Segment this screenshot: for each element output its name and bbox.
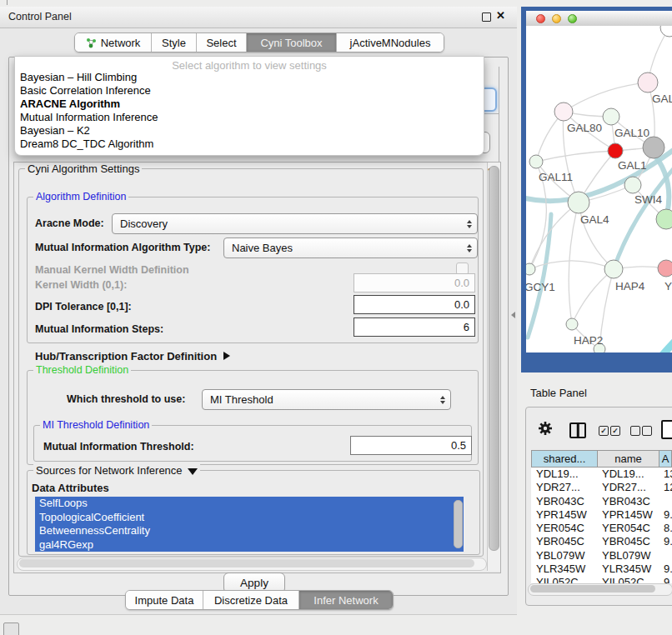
table-cell[interactable]: YIL052C: [531, 576, 597, 583]
checked-checkbox-icon[interactable]: ✓: [599, 426, 609, 436]
mi-steps-field[interactable]: 6: [354, 318, 475, 337]
mi-threshold-field[interactable]: 0.5: [350, 436, 472, 455]
attributes-vscrollbar-thumb[interactable]: [454, 500, 463, 548]
dpi-tolerance-field[interactable]: 0.0: [354, 295, 475, 314]
which-threshold-combo[interactable]: MI Threshold: [202, 389, 451, 410]
table-cell[interactable]: 13: [659, 468, 672, 481]
network-edge[interactable]: [536, 151, 615, 162]
dropdown-item[interactable]: Dream8 DC_TDC Algorithm: [20, 138, 153, 151]
column-header-shared-name[interactable]: shared...: [531, 450, 597, 468]
tab-style[interactable]: Style: [152, 33, 197, 52]
panel-collapse-arrow[interactable]: [511, 312, 515, 318]
dropdown-item[interactable]: Basic Correlation Inference: [20, 84, 151, 98]
list-item[interactable]: SelfLoops: [35, 497, 464, 511]
settings-hscrollbar-thumb[interactable]: [19, 559, 474, 568]
network-edge[interactable]: [529, 202, 579, 269]
table-hscrollbar-track[interactable]: [528, 583, 672, 596]
close-panel-icon[interactable]: ✕: [496, 9, 505, 22]
tab-discretize-data[interactable]: Discretize Data: [203, 591, 299, 609]
table-cell[interactable]: 9: [659, 576, 672, 583]
network-edge[interactable]: [529, 261, 614, 269]
unchecked-checkbox-icon[interactable]: [642, 426, 652, 436]
aracne-mode-combo[interactable]: Discovery: [112, 213, 478, 234]
network-node-pinkTop[interactable]: [638, 72, 658, 92]
float-window-icon[interactable]: [482, 12, 491, 22]
table-row[interactable]: YBL079WYBL079W: [531, 549, 672, 562]
table-row[interactable]: YLR345WYLR345W9.: [531, 562, 672, 576]
network-node-topP[interactable]: [660, 26, 672, 37]
network-node-hap4[interactable]: [604, 260, 623, 278]
table-cell[interactable]: YBR043C: [597, 495, 659, 508]
collapsed-panel-icon[interactable]: [3, 622, 19, 635]
tab-jactivemnodules[interactable]: jActiveMNodules: [337, 33, 444, 52]
network-edge[interactable]: [564, 82, 648, 112]
table-cell[interactable]: 9.: [659, 535, 672, 548]
network-edge-thick[interactable]: [654, 339, 672, 352]
zoom-traffic-light-icon[interactable]: [568, 14, 577, 23]
network-node-swi4[interactable]: [624, 177, 641, 193]
tab-infer-network[interactable]: Infer Network: [299, 591, 393, 609]
tab-network[interactable]: Network: [75, 33, 152, 52]
table-cell[interactable]: 9.: [659, 562, 672, 576]
dropdown-item[interactable]: Bayesian – Hill Climbing: [20, 71, 137, 84]
table-row[interactable]: YBR043CYBR043C: [531, 495, 672, 508]
network-node-gal11[interactable]: [529, 155, 543, 168]
tab-cyni-toolbox[interactable]: Cyni Toolbox: [247, 33, 337, 52]
table-cell[interactable]: YBL079W: [597, 549, 659, 562]
table-cell[interactable]: YER054C: [531, 522, 597, 535]
minimize-traffic-light-icon[interactable]: [552, 14, 561, 23]
document-icon[interactable]: [661, 420, 672, 439]
network-node-gal4[interactable]: [568, 192, 589, 213]
dropdown-item[interactable]: Bayesian – K2: [20, 124, 90, 138]
table-cell[interactable]: YBR045C: [531, 535, 597, 548]
table-cell[interactable]: 9.: [659, 508, 672, 522]
table-cell[interactable]: YPR145W: [597, 508, 659, 522]
list-item[interactable]: gal4RGexp: [35, 538, 464, 552]
table-cell[interactable]: 8.: [659, 522, 672, 535]
network-edge-thick[interactable]: [528, 214, 551, 338]
table-cell[interactable]: YLR345W: [531, 562, 597, 576]
table-cell[interactable]: YBR043C: [531, 495, 597, 508]
settings-vscrollbar-thumb[interactable]: [489, 166, 499, 551]
table-row[interactable]: YDL19...YDL19...13: [531, 468, 672, 481]
close-traffic-light-icon[interactable]: [536, 14, 545, 23]
table-cell[interactable]: YDL19...: [531, 468, 597, 481]
list-item[interactable]: TopologicalCoefficient: [35, 511, 464, 525]
table-cell[interactable]: YDL19...: [597, 468, 659, 481]
network-node-pinkR[interactable]: [658, 260, 672, 277]
table-cell[interactable]: YPR145W: [531, 508, 597, 522]
tab-impute-data[interactable]: Impute Data: [126, 591, 203, 609]
network-node-gal80[interactable]: [554, 102, 573, 121]
unchecked-checkbox-icon[interactable]: [630, 426, 640, 436]
sources-group-title[interactable]: Sources for Network Inference: [33, 464, 200, 477]
network-node-gal1[interactable]: [608, 143, 623, 158]
dropdown-item[interactable]: Mutual Information Inference: [20, 111, 158, 124]
table-cell[interactable]: YLR345W: [597, 562, 659, 576]
tab-select[interactable]: Select: [197, 33, 247, 52]
checked-checkbox-icon[interactable]: ✓: [610, 426, 620, 436]
network-node-greenR[interactable]: [656, 209, 672, 229]
table-cell[interactable]: YIL052C: [597, 576, 659, 583]
hub-definition-toggle[interactable]: Hub/Transcription Factor Definition: [35, 350, 230, 362]
table-cell[interactable]: YBR045C: [597, 535, 659, 548]
dropdown-item-selected[interactable]: ARACNE Algorithm: [20, 98, 120, 111]
network-edge[interactable]: [579, 202, 614, 269]
table-cell[interactable]: YDR27...: [531, 481, 597, 494]
network-edge[interactable]: [569, 202, 579, 324]
table-cell[interactable]: YER054C: [597, 522, 659, 535]
table-row[interactable]: YBR045CYBR045C9.: [531, 535, 672, 548]
table-cell[interactable]: 12: [659, 481, 672, 494]
table-cell[interactable]: [659, 549, 672, 562]
settings-hscrollbar-track[interactable]: [17, 558, 487, 571]
kernel-width-field[interactable]: 0.0: [354, 273, 475, 292]
gear-icon[interactable]: [538, 421, 553, 436]
mi-type-combo[interactable]: Naive Bayes: [223, 238, 478, 258]
network-node-gray1[interactable]: [643, 137, 664, 158]
list-item[interactable]: BetweennessCentrality: [35, 524, 464, 538]
column-header-clipped[interactable]: A: [659, 450, 672, 468]
column-view-icon[interactable]: [569, 422, 586, 438]
table-cell[interactable]: YDR27...: [597, 481, 659, 494]
network-node-gal10[interactable]: [603, 108, 619, 125]
table-row[interactable]: YIL052CYIL052C9: [531, 576, 672, 583]
network-node-hap2[interactable]: [566, 318, 578, 330]
